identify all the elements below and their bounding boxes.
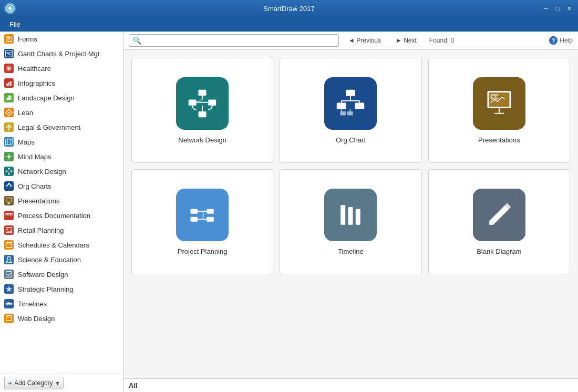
close-button[interactable]: ✕ [564, 4, 574, 13]
card-network-design[interactable]: Network Design [131, 58, 273, 163]
sidebar: FormsGantt Charts & Project MgtHealthcar… [0, 32, 123, 392]
svg-rect-107 [341, 205, 346, 225]
svg-point-54 [7, 229, 8, 230]
search-icon: 🔍 [132, 36, 141, 45]
process-icon [4, 211, 14, 220]
sidebar-item-label-schedules: Schedules & Calendars [18, 241, 89, 249]
menu-bar: File [0, 17, 578, 32]
svg-rect-80 [337, 102, 346, 109]
sidebar-item-label-network: Network Design [18, 168, 66, 176]
landscape-icon [4, 93, 14, 102]
schedules-icon [4, 240, 14, 250]
svg-marker-110 [489, 205, 509, 225]
grid-area: Network Design Org Chart SLIDE 1 [123, 50, 578, 378]
sidebar-item-software[interactable]: Software Design [0, 267, 123, 282]
card-label-timeline: Timeline [338, 247, 364, 255]
card-org-chart[interactable]: Org Chart [280, 58, 421, 163]
diagram-grid: Network Design Org Chart SLIDE 1 [131, 58, 570, 274]
add-category-label: Add Category [14, 379, 53, 387]
strategic-icon [4, 284, 14, 294]
sidebar-item-schedules[interactable]: Schedules & Calendars [0, 238, 123, 252]
minimize-button[interactable]: ─ [541, 4, 551, 13]
sidebar-item-infographics[interactable]: Infographics [0, 76, 123, 90]
app-title: SmartDraw 2017 [263, 5, 315, 13]
svg-rect-12 [8, 82, 9, 86]
sidebar-item-gantt[interactable]: Gantt Charts & Project Mgt [0, 46, 123, 61]
sidebar-item-label-orgcharts: Org Charts [18, 182, 51, 190]
svg-rect-48 [6, 213, 8, 215]
svg-rect-31 [6, 170, 7, 171]
svg-point-15 [9, 95, 12, 98]
sidebar-item-retail[interactable]: Retail Planning [0, 223, 123, 238]
sidebar-item-label-infographics: Infographics [18, 79, 55, 87]
sidebar-item-label-healthcare: Healthcare [18, 65, 51, 73]
maximize-button[interactable]: □ [553, 4, 562, 13]
sidebar-item-label-software: Software Design [18, 271, 68, 278]
menu-file[interactable]: File [4, 18, 26, 30]
sidebar-item-label-mindmaps: Mind Maps [18, 153, 51, 161]
svg-rect-79 [346, 89, 355, 96]
svg-rect-50 [11, 213, 12, 215]
card-blank-diagram[interactable]: Blank Diagram [428, 169, 570, 274]
found-count: Found: 0 [426, 37, 457, 44]
sidebar-item-network[interactable]: Network Design [0, 164, 123, 179]
svg-point-17 [8, 111, 9, 113]
retail-icon [4, 225, 14, 235]
main-layout: FormsGantt Charts & Project MgtHealthcar… [0, 32, 578, 392]
help-button[interactable]: ? Help [549, 36, 573, 45]
category-footer: All [123, 378, 578, 392]
help-icon: ? [549, 36, 558, 45]
sidebar-item-label-gantt: Gantt Charts & Project Mgt [18, 50, 99, 58]
sidebar-item-label-process: Process Documentation [18, 212, 90, 220]
webdesign-icon [4, 314, 14, 323]
svg-rect-98 [207, 209, 214, 213]
next-arrow-icon: ► [396, 37, 402, 44]
sidebar-item-webdesign[interactable]: Web Design [0, 311, 123, 326]
content-area: 🔍 ◄ Previous ► Next Found: 0 ? Help [123, 32, 578, 392]
sidebar-list: FormsGantt Charts & Project MgtHealthcar… [0, 32, 123, 374]
gantt-icon [4, 49, 14, 58]
sidebar-item-science[interactable]: Science & Education [0, 252, 123, 267]
sidebar-item-mindmaps[interactable]: Mind Maps [0, 149, 123, 164]
svg-rect-70 [199, 89, 207, 95]
card-project-planning[interactable]: Project Planning [131, 169, 273, 274]
sidebar-item-lean[interactable]: Lean [0, 105, 123, 120]
healthcare-icon [4, 64, 14, 73]
category-label: All [129, 381, 138, 389]
sidebar-item-maps[interactable]: Maps [0, 135, 123, 149]
svg-rect-55 [6, 242, 12, 247]
card-timeline[interactable]: Timeline [280, 169, 421, 274]
card-label-presentations: Presentations [478, 136, 520, 144]
add-category-button[interactable]: + Add Category ▼ [4, 377, 64, 389]
sidebar-item-label-science: Science & Education [18, 256, 81, 264]
svg-rect-65 [11, 303, 12, 305]
sidebar-item-landscape[interactable]: Landscape Design [0, 90, 123, 105]
sidebar-item-legal[interactable]: Legal & Government [0, 120, 123, 135]
sidebar-item-process[interactable]: Process Documentation [0, 208, 123, 223]
sidebar-item-label-legal: Legal & Government [18, 123, 80, 131]
sidebar-item-presentations[interactable]: Presentations [0, 193, 123, 208]
sidebar-item-orgcharts[interactable]: Org Charts [0, 179, 123, 193]
sidebar-item-forms[interactable]: Forms [0, 32, 123, 46]
svg-marker-105 [204, 210, 205, 211]
previous-button[interactable]: ◄ Previous [343, 35, 386, 46]
svg-point-25 [8, 156, 11, 158]
card-presentations[interactable]: SLIDE 1 Presentations [428, 58, 570, 163]
sidebar-item-strategic[interactable]: Strategic Planning [0, 282, 123, 296]
legal-icon [4, 122, 14, 132]
next-button[interactable]: ► Next [390, 35, 422, 46]
sidebar-item-timelines[interactable]: Timelines [0, 296, 123, 311]
add-icon: + [8, 379, 12, 387]
card-icon-timeline [324, 189, 377, 241]
search-box[interactable]: 🔍 [129, 34, 339, 47]
svg-rect-8 [8, 55, 11, 56]
svg-rect-10 [7, 68, 11, 69]
svg-point-20 [6, 127, 9, 128]
card-icon-org-chart [324, 77, 377, 130]
help-label: Help [560, 37, 573, 44]
svg-rect-87 [347, 111, 353, 116]
svg-rect-109 [356, 209, 360, 224]
sidebar-item-healthcare[interactable]: Healthcare [0, 61, 123, 76]
search-input[interactable] [143, 37, 335, 45]
sidebar-item-label-strategic: Strategic Planning [18, 285, 74, 293]
